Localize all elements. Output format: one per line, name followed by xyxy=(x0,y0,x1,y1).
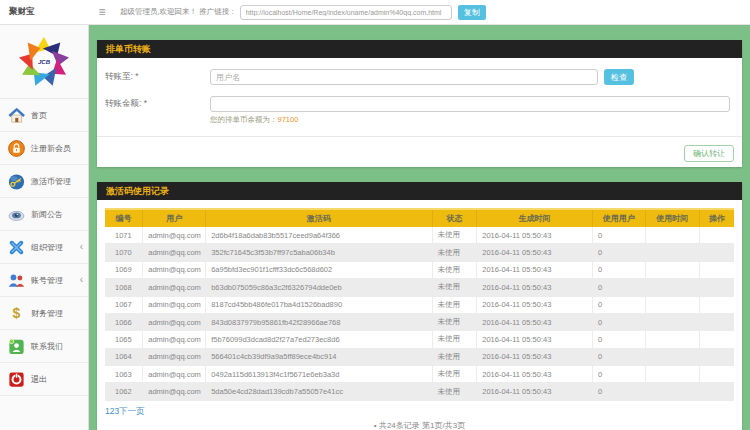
col-created-at: 生成时间 xyxy=(477,209,593,227)
cell-created-at: 2016-04-11 05:50:43 xyxy=(477,296,593,313)
finance-icon: $ xyxy=(7,304,26,323)
cell-id: 1063 xyxy=(105,366,143,383)
cell-id: 1065 xyxy=(105,331,143,348)
col-code: 激活码 xyxy=(206,209,432,227)
sidebar-item-label: 账号管理 xyxy=(31,275,63,286)
pagination-summary: • 共24条记录 第1页/共3页 xyxy=(105,420,734,430)
pagination: 123下一页 xyxy=(105,406,734,418)
sidebar-item-news[interactable]: 新闻公告 xyxy=(0,198,88,231)
sidebar-item-label: 退出 xyxy=(31,374,47,385)
cell-used-at xyxy=(645,296,699,313)
cell-action xyxy=(699,244,734,261)
sidebar-item-activation-coin[interactable]: 激活币管理 xyxy=(0,165,88,198)
sidebar: JCB 首页 注册新会员 激活币管理 新闻公告 组织管理 ‹ 账号管理 ‹ $ … xyxy=(0,25,89,430)
cell-status: 未使用 xyxy=(432,296,477,313)
col-used-at: 使用时间 xyxy=(645,209,699,227)
records-panel-title: 激活码使用记录 xyxy=(97,182,742,200)
cell-used-by: 0 xyxy=(592,331,645,348)
cell-action xyxy=(699,383,734,400)
balance-label: 您的排单币余额为： xyxy=(210,115,278,124)
cell-action xyxy=(699,227,734,244)
balance-helper: 您的排单币余额为：97100 xyxy=(210,115,742,125)
cell-status: 未使用 xyxy=(432,383,477,400)
table-row: 1066admin@qq.com843d0837979b95861fb42f28… xyxy=(105,313,734,330)
logout-power-icon xyxy=(7,370,26,389)
cell-used-by: 0 xyxy=(592,244,645,261)
col-action: 操作 xyxy=(699,209,734,227)
confirm-transfer-button[interactable]: 确认转让 xyxy=(684,145,734,162)
logo-text: JCB xyxy=(38,58,51,65)
transfer-amount-label: 转账金额: * xyxy=(105,98,210,110)
register-member-icon xyxy=(7,139,26,158)
cell-used-at xyxy=(645,331,699,348)
sidebar-item-home[interactable]: 首页 xyxy=(0,99,88,132)
copy-button[interactable]: 复制 xyxy=(458,5,486,20)
cell-used-at xyxy=(645,261,699,278)
cell-action xyxy=(699,279,734,296)
cell-code: 2d6b4f18a6dab83b5517ceed9a64f366 xyxy=(206,227,432,244)
cell-status: 未使用 xyxy=(432,313,477,330)
col-used-by: 使用用户 xyxy=(592,209,645,227)
sidebar-item-logout[interactable]: 退出 xyxy=(0,363,88,396)
sidebar-item-account[interactable]: 账号管理 ‹ xyxy=(0,264,88,297)
col-id: 编号 xyxy=(105,209,143,227)
cell-id: 1062 xyxy=(105,383,143,400)
cell-status: 未使用 xyxy=(432,348,477,365)
cell-used-by: 0 xyxy=(592,383,645,400)
cell-used-at xyxy=(645,244,699,261)
table-row: 1070admin@qq.com352fc71645c3f53b7ff97c5a… xyxy=(105,244,734,261)
logo: JCB xyxy=(0,25,88,99)
cell-user: admin@qq.com xyxy=(143,331,206,348)
cell-action xyxy=(699,261,734,278)
table-row: 1062admin@qq.com5da50e4cd28dad139cdb7a55… xyxy=(105,383,734,400)
cell-code: b63db075059c86a3c2f6326794dde0eb xyxy=(206,279,432,296)
cell-status: 未使用 xyxy=(432,331,477,348)
menu-toggle-icon[interactable]: ≡ xyxy=(88,0,116,25)
cell-user: admin@qq.com xyxy=(143,227,206,244)
sidebar-item-label: 组织管理 xyxy=(31,242,63,253)
transfer-amount-input[interactable] xyxy=(210,96,730,112)
cell-code: 8187cd45bb486fe017ba4d1526bad890 xyxy=(206,296,432,313)
home-icon xyxy=(7,106,26,125)
balance-value: 97100 xyxy=(278,115,299,124)
sidebar-item-label: 注册新会员 xyxy=(31,143,71,154)
cell-user: admin@qq.com xyxy=(143,348,206,365)
promo-link-input[interactable] xyxy=(240,5,452,20)
sidebar-item-organization[interactable]: 组织管理 ‹ xyxy=(0,231,88,264)
cell-code: 352fc71645c3f53b7ff97c5aba06b34b xyxy=(206,244,432,261)
sidebar-item-label: 激活币管理 xyxy=(31,176,71,187)
cell-used-at xyxy=(645,279,699,296)
cell-id: 1068 xyxy=(105,279,143,296)
table-row: 1069admin@qq.com6a95bfd3ec901f1cfff33dc6… xyxy=(105,261,734,278)
table-row: 1063admin@qq.com0492a115d613913f4c1f5671… xyxy=(105,366,734,383)
sidebar-item-register-member[interactable]: 注册新会员 xyxy=(0,132,88,165)
next-page-link[interactable]: 下一页 xyxy=(119,406,145,416)
logo-pinwheel-icon: JCB xyxy=(16,34,72,90)
cell-status: 未使用 xyxy=(432,261,477,278)
contact-icon xyxy=(7,337,26,356)
cell-created-at: 2016-04-11 05:50:43 xyxy=(477,383,593,400)
sidebar-item-contact[interactable]: 联系我们 xyxy=(0,330,88,363)
main-content: 排单币转账 转账至: * 检查 转账金额: * 您的排单币余额为：97100 确… xyxy=(89,25,750,430)
col-user: 用户 xyxy=(143,209,206,227)
cell-used-by: 0 xyxy=(592,366,645,383)
cell-code: 566401c4cb39df9a9a5ff89ece4bc914 xyxy=(206,348,432,365)
cell-id: 1064 xyxy=(105,348,143,365)
cell-used-at xyxy=(645,383,699,400)
cell-status: 未使用 xyxy=(432,244,477,261)
cell-status: 未使用 xyxy=(432,279,477,296)
transfer-to-input[interactable] xyxy=(210,69,598,85)
records-table-body: 1071admin@qq.com2d6b4f18a6dab83b5517ceed… xyxy=(105,227,734,400)
cell-used-at xyxy=(645,348,699,365)
cell-created-at: 2016-04-11 05:50:43 xyxy=(477,279,593,296)
cell-used-by: 0 xyxy=(592,261,645,278)
table-row: 1071admin@qq.com2d6b4f18a6dab83b5517ceed… xyxy=(105,227,734,244)
cell-id: 1070 xyxy=(105,244,143,261)
cell-created-at: 2016-04-11 05:50:43 xyxy=(477,348,593,365)
sidebar-item-finance[interactable]: $ 财务管理 xyxy=(0,297,88,330)
check-button[interactable]: 检查 xyxy=(604,69,634,85)
cell-action xyxy=(699,366,734,383)
table-row: 1067admin@qq.com8187cd45bb486fe017ba4d15… xyxy=(105,296,734,313)
cell-used-at xyxy=(645,227,699,244)
cell-id: 1066 xyxy=(105,313,143,330)
